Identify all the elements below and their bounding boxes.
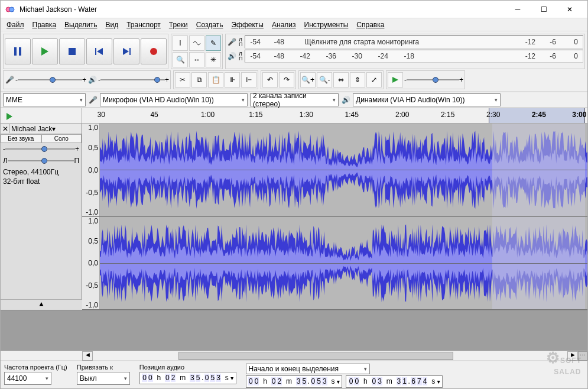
- skip-end-button[interactable]: [113, 38, 139, 64]
- svg-rect-5: [69, 48, 76, 55]
- copy-button[interactable]: ⧉: [191, 72, 207, 87]
- mute-button[interactable]: Без звука: [1, 134, 41, 143]
- menu-analyze[interactable]: Анализ: [268, 20, 300, 30]
- selection-mode-combo[interactable]: Начало и конец выделения: [246, 364, 370, 374]
- audio-position-field[interactable]: 00 h 02 m 35.053 s▾: [139, 372, 236, 384]
- zoom-out-button[interactable]: 🔍-: [317, 72, 332, 87]
- scroll-right-button[interactable]: ▶: [567, 351, 578, 361]
- stop-button[interactable]: [59, 38, 85, 64]
- menu-help[interactable]: Справка: [353, 20, 388, 30]
- menu-effects[interactable]: Эффекты: [228, 20, 267, 30]
- menu-transport[interactable]: Транспорт: [123, 20, 164, 30]
- audio-host-combo[interactable]: MME: [3, 93, 86, 106]
- redo-button[interactable]: ↷: [279, 72, 294, 87]
- menu-file[interactable]: Файл: [3, 20, 28, 30]
- selection-tool[interactable]: I: [173, 35, 188, 51]
- project-rate-combo[interactable]: 44100: [4, 372, 51, 385]
- track-collapse-button[interactable]: ▲: [1, 299, 82, 310]
- device-toolbar: MME 🎤 Микрофон (VIA HD Audio(Win 10)) 2 …: [1, 92, 587, 108]
- horizontal-scrollbar[interactable]: ◀ ▶ ⋯: [1, 351, 587, 361]
- speaker-icon: 🔊: [227, 52, 236, 60]
- zoom-tool[interactable]: 🔍: [173, 52, 188, 67]
- speaker-icon: 🔊: [341, 96, 350, 104]
- playhead-icon: [7, 113, 12, 120]
- track-area: ✕ Michael Jack▾ Без звука Соло -+ ЛП Сте…: [1, 124, 587, 310]
- recording-channels-combo[interactable]: 2 канала записи (стерео): [250, 93, 339, 106]
- svg-marker-11: [392, 77, 398, 83]
- svg-marker-8: [123, 48, 129, 55]
- svg-rect-3: [19, 47, 21, 56]
- mic-icon: 🎤: [227, 38, 236, 46]
- zoom-in-button[interactable]: 🔍+: [300, 72, 316, 87]
- timeline-ruler[interactable]: 30 45 1:00 1:15 1:30 1:45 2:00 2:15 2:30…: [1, 108, 587, 124]
- mic-icon: 🎤: [5, 76, 14, 84]
- menu-select[interactable]: Выделить: [61, 20, 100, 30]
- vertical-scale[interactable]: 1,0 0,5 0,0 -0,5 -1,0: [82, 217, 100, 310]
- toolbar-area: I ✎ 🔍 ↔ ✳ 🎤 ЛП -54 -48 Щёлкните для стар…: [1, 31, 587, 92]
- menu-edit[interactable]: Правка: [29, 20, 60, 30]
- menu-tools[interactable]: Инструменты: [301, 20, 352, 30]
- scroll-left-button[interactable]: ◀: [82, 351, 93, 361]
- recording-volume-slider[interactable]: -+: [15, 75, 86, 85]
- envelope-tool[interactable]: [189, 35, 204, 51]
- scroll-fit-button[interactable]: ⋯: [578, 351, 587, 361]
- playback-device-combo[interactable]: Динамики (VIA HD Audio(Win 10)): [353, 93, 501, 106]
- playback-meter[interactable]: -54 -48 -42 -36 -30 -24 -18 -12 -6 0: [245, 50, 583, 63]
- project-rate-label: Частота проекта (Гц): [4, 364, 67, 371]
- track-pan-slider[interactable]: ЛП: [3, 156, 79, 166]
- track-name-dropdown[interactable]: Michael Jack▾: [10, 125, 82, 133]
- app-icon: [5, 5, 15, 14]
- title-bar: Michael Jackson - Water ─ ☐ ✕: [1, 1, 587, 18]
- waveform-right[interactable]: [100, 217, 587, 310]
- playback-speed-slider[interactable]: -+: [404, 75, 463, 85]
- recording-meter[interactable]: -54 -48 Щёлкните для старта мониторинга …: [245, 35, 583, 48]
- mic-icon: 🎤: [88, 96, 98, 104]
- skip-start-button[interactable]: [86, 38, 112, 64]
- svg-marker-7: [97, 48, 103, 55]
- silence-button[interactable]: ⊩: [241, 72, 256, 87]
- pause-button[interactable]: [5, 38, 31, 64]
- timeshift-tool[interactable]: ↔: [189, 52, 204, 67]
- undo-button[interactable]: ↶: [262, 72, 278, 87]
- audio-position-label: Позиция аудио: [139, 364, 236, 371]
- svg-rect-6: [95, 48, 96, 55]
- track-close-button[interactable]: ✕: [1, 124, 10, 133]
- svg-point-10: [150, 48, 157, 55]
- waveform-left[interactable]: [100, 124, 587, 216]
- cut-button[interactable]: ✂: [175, 72, 190, 87]
- selection-end-field[interactable]: 00 h 03 m 31.674 s▾: [346, 375, 443, 388]
- empty-track-area[interactable]: [1, 310, 587, 351]
- trim-button[interactable]: ⊪: [225, 72, 240, 87]
- menu-tracks[interactable]: Треки: [165, 20, 191, 30]
- playback-volume-slider[interactable]: -+: [98, 75, 169, 85]
- recording-device-combo[interactable]: Микрофон (VIA HD Audio(Win 10)): [100, 93, 248, 106]
- minimize-button[interactable]: ─: [505, 1, 531, 18]
- snap-to-combo[interactable]: Выкл: [77, 372, 130, 385]
- fit-selection-button[interactable]: ⇔: [333, 72, 349, 87]
- multi-tool[interactable]: ✳: [206, 52, 221, 67]
- vertical-scale[interactable]: 1,0 0,5 0,0 -0,5 -1,0: [82, 124, 100, 216]
- rec-lr-label: ЛП: [239, 37, 242, 47]
- menu-view[interactable]: Вид: [102, 20, 122, 30]
- window-title: Michael Jackson - Water: [20, 5, 505, 14]
- selection-toolbar: Частота проекта (Гц) 44100 Привязать к В…: [1, 361, 587, 389]
- svg-rect-2: [14, 47, 17, 56]
- menu-generate[interactable]: Создать: [193, 20, 227, 30]
- zoom-toolbar: 🔍+ 🔍- ⇔ ⇕ ⤢: [298, 70, 384, 89]
- paste-button[interactable]: 📋: [208, 72, 223, 87]
- fit-project-button[interactable]: ⇕: [350, 72, 365, 87]
- track-gain-slider[interactable]: -+: [3, 144, 79, 154]
- record-button[interactable]: [141, 38, 167, 64]
- solo-button[interactable]: Соло: [41, 134, 82, 143]
- meters-toolbar: 🎤 ЛП -54 -48 Щёлкните для старта монитор…: [225, 34, 585, 69]
- zoom-toggle-button[interactable]: ⤢: [366, 72, 382, 87]
- svg-rect-9: [129, 48, 131, 55]
- play-at-speed-button[interactable]: [388, 72, 403, 87]
- selection-start-field[interactable]: 00 h 02 m 35.053 s▾: [246, 375, 343, 388]
- maximize-button[interactable]: ☐: [531, 1, 557, 18]
- play-button[interactable]: [32, 38, 58, 64]
- close-button[interactable]: ✕: [557, 1, 583, 18]
- draw-tool[interactable]: ✎: [206, 35, 221, 51]
- transport-toolbar: [3, 34, 168, 69]
- play-at-speed-toolbar: -+: [386, 70, 465, 89]
